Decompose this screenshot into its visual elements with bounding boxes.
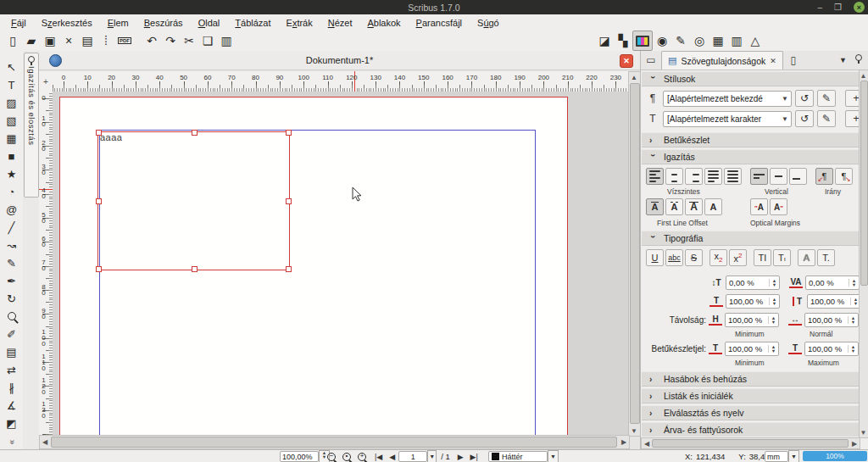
glyph-max-input[interactable]: 100,00 %▲▼ (804, 342, 859, 356)
cut-icon[interactable]: ✂ (180, 31, 198, 50)
menu-table[interactable]: Táblázat (227, 14, 278, 31)
resize-handle[interactable] (96, 130, 102, 136)
story-editor-tool[interactable]: ▤ (3, 344, 21, 362)
scroll-up-icon[interactable]: ▲ (629, 72, 639, 82)
insert-line-tool[interactable]: ╱ (3, 220, 21, 237)
new-character-style-button[interactable]: + (845, 110, 859, 127)
scrollbar-thumb[interactable] (630, 83, 640, 424)
menu-insert[interactable]: Beszúrás (136, 14, 191, 31)
insert-bezier-tool[interactable]: ↝ (3, 237, 21, 255)
scrollbar-thumb[interactable] (860, 81, 868, 286)
save-document-icon[interactable]: ▣ (41, 31, 59, 50)
menu-extras[interactable]: Extrák (279, 14, 320, 31)
restore-button[interactable]: ❐ (834, 3, 842, 12)
preview-settings-icon[interactable]: ▚ (614, 31, 632, 50)
all-caps-button[interactable]: TI (754, 249, 771, 266)
snap-to-guides-icon[interactable]: ▥ (727, 31, 746, 50)
scroll-right-icon[interactable]: ▶ (619, 437, 629, 447)
edit-character-style-button[interactable]: ✎ (817, 110, 836, 127)
visual-appearance-icon[interactable]: ◎ (690, 31, 709, 50)
ruler-origin[interactable]: + (39, 71, 53, 92)
measurements-tool[interactable]: ∡ (3, 398, 21, 415)
menu-page[interactable]: Oldal (191, 14, 228, 31)
flo-font-ascent-button[interactable]: A (665, 198, 683, 215)
resize-handle[interactable] (192, 266, 198, 272)
first-page-icon[interactable]: |◀ (371, 453, 386, 461)
page-number-input[interactable]: 1 (398, 451, 427, 462)
scroll-down-icon[interactable]: ▼ (859, 427, 868, 437)
section-lists[interactable]: ›Listák és iniciálék (642, 388, 859, 404)
section-typography[interactable]: › Tipográfia (642, 231, 859, 246)
insert-table-tool[interactable]: ▦ (3, 131, 21, 148)
scroll-up-icon[interactable]: ▲ (859, 70, 868, 81)
zoom-tool[interactable] (3, 309, 21, 326)
subscript-button[interactable]: x2 (709, 249, 727, 266)
panel-pin-icon[interactable] (855, 54, 862, 61)
small-caps-button[interactable]: Tı (773, 249, 791, 266)
superscript-button[interactable]: x2 (729, 249, 747, 266)
insert-text-frame-tool[interactable]: T (3, 77, 21, 95)
ltr-direction-button[interactable]: ¶↙ (815, 168, 833, 185)
align-center-button[interactable] (665, 168, 683, 185)
panel-horizontal-scrollbar[interactable]: ◀ ▶ (641, 437, 860, 449)
resize-handle[interactable] (286, 198, 292, 204)
close-button[interactable]: × (854, 2, 865, 13)
character-style-select[interactable]: [Alapértelmezett karakter▼ (663, 111, 792, 127)
section-hyphenation[interactable]: ›Elválasztás és nyelv (642, 405, 859, 420)
title-bar[interactable]: Scribus 1.7.0 (0, 0, 868, 14)
copy-icon[interactable]: ❏ (198, 31, 217, 50)
close-document-icon[interactable]: × (59, 31, 78, 50)
insert-shape-tool[interactable]: ■ (3, 148, 21, 166)
link-text-frames-tool[interactable]: ⇄ (3, 362, 21, 380)
underline-button[interactable]: U (646, 249, 664, 266)
section-orphans[interactable]: ›Árva- és fattyúsorok (642, 422, 859, 437)
last-page-icon[interactable]: ▶| (467, 453, 481, 461)
align-left-button[interactable] (646, 168, 664, 185)
scrollbar-thumb[interactable] (51, 437, 617, 448)
section-columns[interactable]: ›Hasábok és behúzás (642, 371, 859, 387)
section-styles[interactable]: › Stílusok (642, 71, 859, 86)
canvas-horizontal-scrollbar[interactable]: ◀ ▶ (39, 435, 630, 449)
scrollbar-thumb[interactable] (652, 439, 849, 448)
edit-contents-tool[interactable]: ✐ (3, 326, 21, 344)
optical-margins-left-button[interactable]: "A (750, 198, 768, 215)
unit-selector[interactable]: mm ▼ (765, 450, 799, 462)
shadow-text-button[interactable]: T. (817, 249, 835, 266)
page-dropdown-icon[interactable]: ▼ (427, 450, 437, 462)
snap-to-grid-icon[interactable]: ▦ (709, 31, 727, 50)
reset-paragraph-style-button[interactable]: ↺ (795, 90, 814, 107)
new-document-icon[interactable]: ▯ (3, 31, 22, 50)
scroll-left-icon[interactable]: ◀ (40, 437, 50, 447)
layer-dropdown-icon[interactable]: ▼ (548, 450, 559, 462)
valign-top-button[interactable] (750, 168, 768, 185)
strikethrough-button[interactable]: S (685, 249, 703, 266)
edit-in-preview-icon[interactable]: ✎ (671, 31, 690, 50)
zoom-value[interactable]: 100,00% (280, 451, 319, 462)
valign-middle-button[interactable] (770, 168, 787, 185)
valign-bottom-button[interactable] (789, 168, 807, 185)
document-tab-title[interactable]: Dokumentum-1* (306, 55, 373, 65)
space-min-input[interactable]: 100,00 %▲▼ (725, 313, 779, 327)
menu-edit[interactable]: Szerkesztés (34, 14, 100, 31)
insert-polygon-tool[interactable]: ★ (3, 166, 21, 184)
insert-spiral-tool[interactable]: @ (3, 202, 21, 220)
space-normal-input[interactable]: 100,00 %▲▼ (804, 313, 859, 327)
unlink-text-frames-tool[interactable]: ∦ (3, 380, 21, 398)
resize-handle[interactable] (96, 266, 102, 272)
selected-text-frame[interactable]: aaaa (97, 131, 290, 270)
new-paragraph-style-button[interactable]: + (845, 90, 859, 107)
menu-view[interactable]: Nézet (320, 14, 360, 31)
next-page-icon[interactable]: ▶ (454, 453, 467, 461)
menu-file[interactable]: Fájl (3, 14, 34, 31)
scroll-down-icon[interactable]: ▼ (629, 426, 639, 436)
color-management-icon[interactable]: ◪ (595, 31, 614, 50)
flo-baseline-button[interactable]: A (704, 198, 722, 215)
frame-properties-tab-icon[interactable]: ▭ (641, 52, 661, 69)
menu-help[interactable]: Súgó (470, 14, 507, 31)
paragraph-style-select[interactable]: [Alapértelmezett bekezdé▼ (663, 91, 792, 107)
pdf-export-icon[interactable]: PDF (115, 31, 134, 50)
dock-tab-align-distribute[interactable]: Igazítás és elosztás (24, 53, 39, 198)
resize-handle[interactable] (96, 198, 102, 204)
panel-menu-icon[interactable]: ▼ (839, 56, 847, 64)
undo-icon[interactable]: ↶ (142, 31, 161, 50)
